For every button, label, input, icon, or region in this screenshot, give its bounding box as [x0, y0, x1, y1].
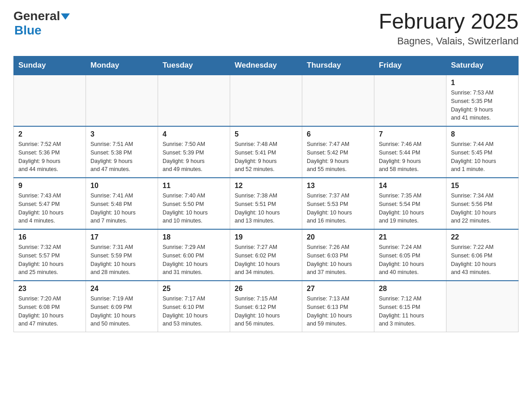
day-number: 23	[18, 285, 81, 293]
day-info: Sunrise: 7:12 AM Sunset: 6:15 PM Dayligh…	[379, 295, 442, 328]
day-number: 21	[379, 233, 442, 241]
day-number: 4	[163, 130, 225, 138]
header-sunday: Sunday	[14, 56, 86, 75]
calendar-cell: 10Sunrise: 7:41 AM Sunset: 5:48 PM Dayli…	[86, 178, 158, 229]
calendar-cell: 27Sunrise: 7:13 AM Sunset: 6:13 PM Dayli…	[302, 281, 374, 332]
day-number: 19	[235, 233, 297, 241]
calendar-cell: 28Sunrise: 7:12 AM Sunset: 6:15 PM Dayli…	[374, 281, 446, 332]
day-number: 5	[235, 130, 297, 138]
day-info: Sunrise: 7:26 AM Sunset: 6:03 PM Dayligh…	[307, 243, 369, 277]
day-number: 27	[307, 285, 369, 293]
header-monday: Monday	[86, 56, 158, 75]
header-tuesday: Tuesday	[158, 56, 230, 75]
day-info: Sunrise: 7:19 AM Sunset: 6:09 PM Dayligh…	[90, 295, 153, 328]
calendar-cell: 23Sunrise: 7:20 AM Sunset: 6:08 PM Dayli…	[14, 281, 86, 332]
day-number: 13	[307, 182, 369, 190]
calendar-table: Sunday Monday Tuesday Wednesday Thursday…	[13, 56, 519, 332]
calendar-cell: 20Sunrise: 7:26 AM Sunset: 6:03 PM Dayli…	[302, 229, 374, 281]
day-number: 6	[307, 130, 369, 138]
day-info: Sunrise: 7:22 AM Sunset: 6:06 PM Dayligh…	[451, 243, 514, 277]
page-header: General Blue February 2025 Bagnes, Valai…	[13, 9, 519, 47]
calendar-cell: 14Sunrise: 7:35 AM Sunset: 5:54 PM Dayli…	[374, 178, 446, 229]
header-friday: Friday	[374, 56, 446, 75]
calendar-cell: 21Sunrise: 7:24 AM Sunset: 6:05 PM Dayli…	[374, 229, 446, 281]
calendar-cell: 4Sunrise: 7:50 AM Sunset: 5:39 PM Daylig…	[158, 126, 230, 178]
week-row-1: 2Sunrise: 7:52 AM Sunset: 5:36 PM Daylig…	[14, 126, 519, 178]
day-info: Sunrise: 7:44 AM Sunset: 5:45 PM Dayligh…	[451, 140, 514, 174]
day-info: Sunrise: 7:41 AM Sunset: 5:48 PM Dayligh…	[90, 192, 153, 225]
calendar-cell: 19Sunrise: 7:27 AM Sunset: 6:02 PM Dayli…	[230, 229, 302, 281]
day-number: 20	[307, 233, 369, 241]
day-info: Sunrise: 7:32 AM Sunset: 5:57 PM Dayligh…	[18, 243, 81, 277]
header-wednesday: Wednesday	[230, 56, 302, 75]
day-info: Sunrise: 7:24 AM Sunset: 6:05 PM Dayligh…	[379, 243, 442, 277]
header-thursday: Thursday	[302, 56, 374, 75]
calendar-cell: 26Sunrise: 7:15 AM Sunset: 6:12 PM Dayli…	[230, 281, 302, 332]
location-subtitle: Bagnes, Valais, Switzerland	[379, 35, 519, 47]
day-number: 9	[18, 182, 81, 190]
calendar-cell: 2Sunrise: 7:52 AM Sunset: 5:36 PM Daylig…	[14, 126, 86, 178]
day-number: 18	[163, 233, 225, 241]
day-number: 15	[451, 182, 514, 190]
day-number: 12	[235, 182, 297, 190]
logo-triangle-icon	[61, 13, 70, 20]
month-title: February 2025	[379, 9, 519, 34]
week-row-3: 16Sunrise: 7:32 AM Sunset: 5:57 PM Dayli…	[14, 229, 519, 281]
day-number: 28	[379, 285, 442, 293]
day-info: Sunrise: 7:27 AM Sunset: 6:02 PM Dayligh…	[235, 243, 297, 277]
calendar-cell: 3Sunrise: 7:51 AM Sunset: 5:38 PM Daylig…	[86, 126, 158, 178]
day-info: Sunrise: 7:35 AM Sunset: 5:54 PM Dayligh…	[379, 192, 442, 225]
day-number: 11	[163, 182, 225, 190]
calendar-cell	[230, 75, 302, 126]
weekday-header-row: Sunday Monday Tuesday Wednesday Thursday…	[14, 56, 519, 75]
week-row-0: 1Sunrise: 7:53 AM Sunset: 5:35 PM Daylig…	[14, 75, 519, 126]
calendar-cell: 12Sunrise: 7:38 AM Sunset: 5:51 PM Dayli…	[230, 178, 302, 229]
day-number: 1	[451, 79, 514, 87]
logo: General Blue	[13, 9, 70, 38]
calendar-cell	[374, 75, 446, 126]
calendar-cell: 15Sunrise: 7:34 AM Sunset: 5:56 PM Dayli…	[446, 178, 519, 229]
day-number: 26	[235, 285, 297, 293]
day-info: Sunrise: 7:43 AM Sunset: 5:47 PM Dayligh…	[18, 192, 81, 225]
day-number: 24	[90, 285, 153, 293]
calendar-cell: 24Sunrise: 7:19 AM Sunset: 6:09 PM Dayli…	[86, 281, 158, 332]
calendar-cell: 8Sunrise: 7:44 AM Sunset: 5:45 PM Daylig…	[446, 126, 519, 178]
day-info: Sunrise: 7:17 AM Sunset: 6:10 PM Dayligh…	[163, 295, 225, 328]
day-number: 17	[90, 233, 153, 241]
day-info: Sunrise: 7:20 AM Sunset: 6:08 PM Dayligh…	[18, 295, 81, 328]
day-number: 7	[379, 130, 442, 138]
logo-blue-text: Blue	[14, 23, 42, 37]
day-number: 3	[90, 130, 153, 138]
calendar-cell	[302, 75, 374, 126]
calendar-cell: 16Sunrise: 7:32 AM Sunset: 5:57 PM Dayli…	[14, 229, 86, 281]
day-info: Sunrise: 7:52 AM Sunset: 5:36 PM Dayligh…	[18, 140, 81, 174]
calendar-cell: 7Sunrise: 7:46 AM Sunset: 5:44 PM Daylig…	[374, 126, 446, 178]
day-number: 14	[379, 182, 442, 190]
calendar-cell: 25Sunrise: 7:17 AM Sunset: 6:10 PM Dayli…	[158, 281, 230, 332]
week-row-2: 9Sunrise: 7:43 AM Sunset: 5:47 PM Daylig…	[14, 178, 519, 229]
calendar-cell	[86, 75, 158, 126]
day-info: Sunrise: 7:13 AM Sunset: 6:13 PM Dayligh…	[307, 295, 369, 328]
day-number: 8	[451, 130, 514, 138]
header-saturday: Saturday	[446, 56, 519, 75]
calendar-cell	[446, 281, 519, 332]
calendar-cell: 13Sunrise: 7:37 AM Sunset: 5:53 PM Dayli…	[302, 178, 374, 229]
day-info: Sunrise: 7:46 AM Sunset: 5:44 PM Dayligh…	[379, 140, 442, 174]
calendar-cell: 9Sunrise: 7:43 AM Sunset: 5:47 PM Daylig…	[14, 178, 86, 229]
calendar-cell	[14, 75, 86, 126]
calendar-cell: 1Sunrise: 7:53 AM Sunset: 5:35 PM Daylig…	[446, 75, 519, 126]
calendar-cell	[158, 75, 230, 126]
day-info: Sunrise: 7:15 AM Sunset: 6:12 PM Dayligh…	[235, 295, 297, 328]
day-info: Sunrise: 7:40 AM Sunset: 5:50 PM Dayligh…	[163, 192, 225, 225]
day-number: 10	[90, 182, 153, 190]
day-info: Sunrise: 7:51 AM Sunset: 5:38 PM Dayligh…	[90, 140, 153, 174]
day-info: Sunrise: 7:48 AM Sunset: 5:41 PM Dayligh…	[235, 140, 297, 174]
day-number: 22	[451, 233, 514, 241]
calendar-cell: 11Sunrise: 7:40 AM Sunset: 5:50 PM Dayli…	[158, 178, 230, 229]
week-row-4: 23Sunrise: 7:20 AM Sunset: 6:08 PM Dayli…	[14, 281, 519, 332]
day-number: 16	[18, 233, 81, 241]
day-info: Sunrise: 7:50 AM Sunset: 5:39 PM Dayligh…	[163, 140, 225, 174]
title-block: February 2025 Bagnes, Valais, Switzerlan…	[379, 9, 519, 47]
calendar-cell: 18Sunrise: 7:29 AM Sunset: 6:00 PM Dayli…	[158, 229, 230, 281]
day-info: Sunrise: 7:34 AM Sunset: 5:56 PM Dayligh…	[451, 192, 514, 225]
